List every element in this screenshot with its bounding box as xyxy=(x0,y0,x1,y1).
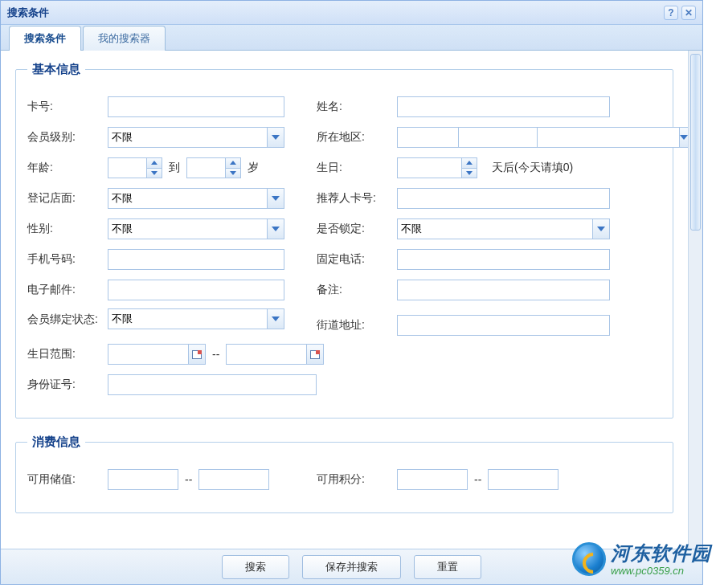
reg-store-combo[interactable] xyxy=(108,188,284,209)
tabbar: 搜索条件 我的搜索器 xyxy=(1,25,702,51)
birthday-to-date[interactable] xyxy=(226,344,324,365)
gender-input[interactable] xyxy=(108,218,267,239)
birthday-days-spinner[interactable] xyxy=(397,157,477,178)
titlebar: 搜索条件 ? ✕ xyxy=(1,1,702,25)
locked-combo[interactable] xyxy=(397,218,610,239)
range-sep: -- xyxy=(474,473,481,486)
member-level-combo[interactable] xyxy=(108,127,284,148)
range-sep: -- xyxy=(212,348,219,361)
chevron-down-icon[interactable] xyxy=(679,127,688,148)
basic-info-fieldset: 基本信息 卡号: 姓名: 会员级别: xyxy=(15,62,673,419)
close-button[interactable]: ✕ xyxy=(681,6,696,20)
mobile-label: 手机号码: xyxy=(27,252,108,267)
spinner-down-icon[interactable] xyxy=(462,169,477,178)
reg-store-label: 登记店面: xyxy=(27,191,108,206)
gender-combo[interactable] xyxy=(108,218,284,239)
age-from-spinner[interactable] xyxy=(108,157,162,178)
consume-info-fieldset: 消费信息 可用储值: -- 可用积分: -- xyxy=(15,435,673,513)
name-label: 姓名: xyxy=(317,100,397,114)
points-from-input[interactable] xyxy=(397,469,468,490)
locked-input[interactable] xyxy=(397,218,592,239)
basic-info-legend: 基本信息 xyxy=(27,62,85,77)
age-to-spinner[interactable] xyxy=(186,157,241,178)
spinner-up-icon[interactable] xyxy=(226,158,240,169)
birthday-range-label: 生日范围: xyxy=(27,347,108,361)
region-label: 所在地区: xyxy=(317,130,397,145)
days-later-label: 天后(今天请填0) xyxy=(492,161,573,175)
region3-combo[interactable] xyxy=(537,127,608,148)
points-to-input[interactable] xyxy=(488,469,558,490)
card-no-input[interactable] xyxy=(108,96,284,117)
email-input[interactable] xyxy=(108,280,284,300)
birthday-from-input[interactable] xyxy=(108,344,188,365)
street-input[interactable] xyxy=(397,315,610,336)
referrer-card-input[interactable] xyxy=(397,188,610,209)
avail-points-label: 可用积分: xyxy=(317,472,397,487)
button-bar: 搜索 保存并搜索 重置 xyxy=(1,549,702,584)
reg-store-input[interactable] xyxy=(108,188,267,209)
region2-combo[interactable] xyxy=(458,127,529,148)
calendar-icon[interactable] xyxy=(188,344,206,365)
chevron-down-icon[interactable] xyxy=(267,308,284,329)
member-level-label: 会员级别: xyxy=(27,130,108,145)
spinner-up-icon[interactable] xyxy=(462,158,477,169)
spinner-up-icon[interactable] xyxy=(147,158,162,169)
mobile-input[interactable] xyxy=(108,249,284,270)
age-unit-label: 岁 xyxy=(248,161,259,175)
referrer-card-label: 推荐人卡号: xyxy=(317,191,397,206)
remark-input[interactable] xyxy=(397,280,610,300)
name-input[interactable] xyxy=(397,96,610,117)
spinner-down-icon[interactable] xyxy=(226,169,240,178)
tab-my-searchers[interactable]: 我的搜索器 xyxy=(83,26,166,51)
birthday-to-input[interactable] xyxy=(226,344,306,365)
chevron-down-icon[interactable] xyxy=(267,127,284,148)
phone-label: 固定电话: xyxy=(317,252,397,267)
age-to-label: 到 xyxy=(169,161,180,175)
bind-status-combo[interactable] xyxy=(108,308,284,329)
help-button[interactable]: ? xyxy=(664,6,678,20)
bind-status-label: 会员绑定状态: xyxy=(27,312,108,326)
locked-label: 是否锁定: xyxy=(317,222,397,236)
scroll-thumb[interactable] xyxy=(690,54,701,231)
street-label: 街道地址: xyxy=(317,318,397,333)
close-icon: ✕ xyxy=(685,7,693,18)
region1-combo[interactable] xyxy=(397,127,450,148)
tab-search-conditions[interactable]: 搜索条件 xyxy=(9,26,81,51)
email-label: 电子邮件: xyxy=(27,283,108,297)
chevron-down-icon[interactable] xyxy=(592,218,610,239)
region3-input[interactable] xyxy=(537,127,679,148)
age-label: 年龄: xyxy=(27,161,108,175)
calendar-icon[interactable] xyxy=(306,344,324,365)
search-button[interactable]: 搜索 xyxy=(222,555,289,579)
help-icon: ? xyxy=(668,7,673,18)
reset-button[interactable]: 重置 xyxy=(414,555,481,579)
age-from-input[interactable] xyxy=(108,157,146,178)
range-sep: -- xyxy=(185,473,192,486)
phone-input[interactable] xyxy=(397,249,610,270)
spinner-down-icon[interactable] xyxy=(147,169,162,178)
balance-to-input[interactable] xyxy=(198,469,269,490)
gender-label: 性别: xyxy=(27,222,108,236)
save-and-search-button[interactable]: 保存并搜索 xyxy=(302,555,401,579)
chevron-down-icon[interactable] xyxy=(267,188,284,209)
chevron-down-icon[interactable] xyxy=(267,218,284,239)
birthday-label: 生日: xyxy=(317,161,397,175)
consume-info-legend: 消费信息 xyxy=(27,435,85,450)
avail-balance-label: 可用储值: xyxy=(27,472,108,487)
birthday-from-date[interactable] xyxy=(108,344,206,365)
id-card-input[interactable] xyxy=(108,374,317,395)
birthday-days-input[interactable] xyxy=(397,157,461,178)
window-title: 搜索条件 xyxy=(7,6,49,20)
remark-label: 备注: xyxy=(317,283,397,297)
search-dialog: 搜索条件 ? ✕ 搜索条件 我的搜索器 基本信息 卡号: 姓名: xyxy=(0,0,703,585)
id-card-label: 身份证号: xyxy=(27,378,108,392)
bind-status-input[interactable] xyxy=(108,308,267,329)
vertical-scrollbar[interactable] xyxy=(688,51,702,549)
age-to-input[interactable] xyxy=(186,157,225,178)
balance-from-input[interactable] xyxy=(108,469,178,490)
member-level-input[interactable] xyxy=(108,127,267,148)
form-content: 基本信息 卡号: 姓名: 会员级别: xyxy=(1,51,688,549)
card-no-label: 卡号: xyxy=(27,100,108,114)
